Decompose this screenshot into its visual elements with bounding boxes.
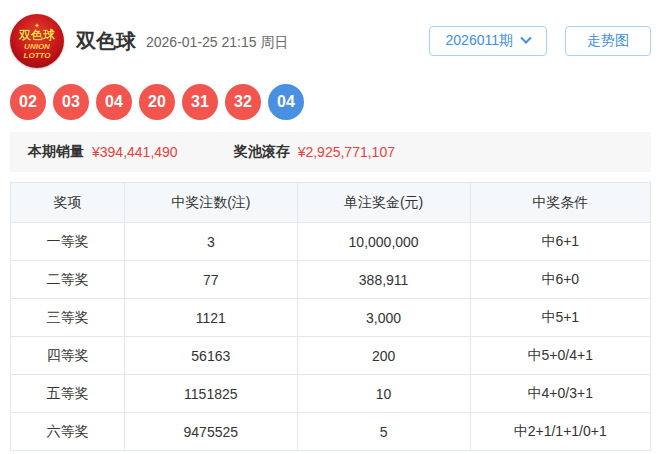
- column-header: 中奖条件: [470, 183, 651, 223]
- table-cell: 中2+1/1+1/0+1: [470, 413, 651, 451]
- table-row: 三等奖11213,000中5+1: [11, 299, 651, 337]
- table-row: 一等奖310,000,000中6+1: [11, 223, 651, 261]
- table-cell: 五等奖: [11, 375, 125, 413]
- page-title: 双色球: [76, 28, 136, 55]
- logo-union-text: UNION: [24, 42, 50, 51]
- table-cell: 10: [297, 375, 470, 413]
- table-cell: 二等奖: [11, 261, 125, 299]
- blue-ball: 04: [268, 84, 304, 120]
- table-cell: 1121: [124, 299, 297, 337]
- table-row: 五等奖115182510中4+0/3+1: [11, 375, 651, 413]
- table-cell: 中5+1: [470, 299, 651, 337]
- table-cell: 5: [297, 413, 470, 451]
- prize-table-header-row: 奖项中奖注数(注)单注奖金(元)中奖条件: [11, 183, 651, 223]
- sales-label: 本期销量: [28, 143, 84, 161]
- table-cell: 中4+0/3+1: [470, 375, 651, 413]
- table-cell: 三等奖: [11, 299, 125, 337]
- red-ball: 04: [96, 84, 132, 120]
- logo-cn-text: 双色球: [19, 29, 55, 42]
- drawn-numbers: 02030420313204: [10, 84, 651, 120]
- sales-value: ¥394,441,490: [92, 144, 178, 160]
- column-header: 单注奖金(元): [297, 183, 470, 223]
- chevron-down-icon: [520, 33, 531, 44]
- page-header: ✦ 双色球 UNION LOTTO 双色球 2026-01-25 21:15 周…: [10, 12, 651, 70]
- table-cell: 77: [124, 261, 297, 299]
- table-cell: 3: [124, 223, 297, 261]
- union-lotto-logo: ✦ 双色球 UNION LOTTO: [10, 14, 64, 68]
- table-cell: 中6+0: [470, 261, 651, 299]
- red-ball: 32: [225, 84, 261, 120]
- table-row: 六等奖94755255中2+1/1+1/0+1: [11, 413, 651, 451]
- table-cell: 9475525: [124, 413, 297, 451]
- table-cell: 中6+1: [470, 223, 651, 261]
- table-cell: 3,000: [297, 299, 470, 337]
- header-actions: 2026011期 走势图: [429, 26, 651, 56]
- table-row: 二等奖77388,911中6+0: [11, 261, 651, 299]
- red-ball: 03: [53, 84, 89, 120]
- table-cell: 56163: [124, 337, 297, 375]
- table-cell: 六等奖: [11, 413, 125, 451]
- table-row: 四等奖56163200中5+0/4+1: [11, 337, 651, 375]
- pool-label: 奖池滚存: [234, 143, 290, 161]
- sales-summary-banner: 本期销量 ¥394,441,490 奖池滚存 ¥2,925,771,107: [10, 132, 651, 172]
- red-ball: 31: [182, 84, 218, 120]
- prize-table: 奖项中奖注数(注)单注奖金(元)中奖条件 一等奖310,000,000中6+1二…: [10, 182, 651, 451]
- pool-group: 奖池滚存 ¥2,925,771,107: [234, 143, 395, 161]
- draw-datetime: 2026-01-25 21:15 周日: [146, 34, 288, 52]
- table-cell: 四等奖: [11, 337, 125, 375]
- issue-select-dropdown[interactable]: 2026011期: [429, 26, 547, 56]
- column-header: 奖项: [11, 183, 125, 223]
- table-cell: 10,000,000: [297, 223, 470, 261]
- table-cell: 388,911: [297, 261, 470, 299]
- trend-chart-button[interactable]: 走势图: [565, 26, 651, 56]
- table-cell: 200: [297, 337, 470, 375]
- lottery-result-page: ✦ 双色球 UNION LOTTO 双色球 2026-01-25 21:15 周…: [0, 0, 661, 451]
- prize-table-body: 一等奖310,000,000中6+1二等奖77388,911中6+0三等奖112…: [11, 223, 651, 451]
- red-ball: 02: [10, 84, 46, 120]
- table-cell: 1151825: [124, 375, 297, 413]
- trend-chart-label: 走势图: [587, 32, 629, 50]
- table-cell: 中5+0/4+1: [470, 337, 651, 375]
- table-cell: 一等奖: [11, 223, 125, 261]
- logo-lotto-text: LOTTO: [24, 51, 51, 60]
- column-header: 中奖注数(注): [124, 183, 297, 223]
- issue-select-label: 2026011期: [446, 32, 513, 50]
- pool-value: ¥2,925,771,107: [298, 144, 395, 160]
- red-ball: 20: [139, 84, 175, 120]
